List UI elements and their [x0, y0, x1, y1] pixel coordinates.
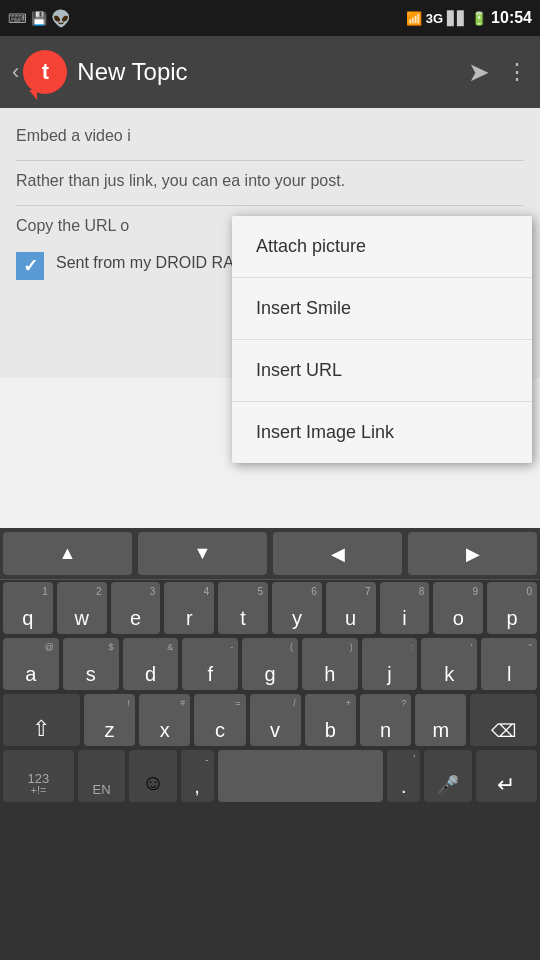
wifi-icon: 📶 — [406, 11, 422, 26]
arrow-left-key[interactable]: ◀ — [273, 532, 402, 575]
key-x[interactable]: #x — [139, 694, 190, 746]
insert-smile-label: Insert Smile — [256, 298, 351, 318]
app-icon: 👽 — [51, 9, 71, 28]
delete-key[interactable]: ⌫ — [470, 694, 537, 746]
status-time: 10:54 — [491, 9, 532, 27]
keyboard: ▲ ▼ ◀ ▶ 1q 2w 3e 4r 5t 6y 7u 8i 9o 0p @a… — [0, 528, 540, 960]
key-i[interactable]: 8i — [380, 582, 430, 634]
key-g[interactable]: (g — [242, 638, 298, 690]
period-key[interactable]: ' . — [387, 750, 420, 802]
key-v[interactable]: /v — [250, 694, 301, 746]
logo-letter: t — [42, 59, 49, 85]
key-o[interactable]: 9o — [433, 582, 483, 634]
content-line-2: Rather than jus link, you can ea into yo… — [16, 169, 524, 193]
divider-2 — [16, 205, 524, 206]
content-area: Embed a video i Rather than jus link, yo… — [0, 108, 540, 378]
key-e[interactable]: 3e — [111, 582, 161, 634]
page-title: New Topic — [77, 58, 468, 86]
arrow-up-key[interactable]: ▲ — [3, 532, 132, 575]
key-y[interactable]: 6y — [272, 582, 322, 634]
insert-image-link-label: Insert Image Link — [256, 422, 394, 442]
status-icons-left: ⌨ 💾 👽 — [8, 9, 71, 28]
key-z[interactable]: !z — [84, 694, 135, 746]
arrow-key-row: ▲ ▼ ◀ ▶ — [0, 528, 540, 580]
key-row-4: 123 +!= EN ☺ - , ' . 🎤 ↵ — [0, 748, 540, 804]
key-c[interactable]: =c — [194, 694, 245, 746]
attach-picture-item[interactable]: Attach picture — [232, 216, 532, 278]
language-key[interactable]: EN — [78, 750, 125, 802]
enter-key[interactable]: ↵ — [476, 750, 537, 802]
key-w[interactable]: 2w — [57, 582, 107, 634]
insert-url-label: Insert URL — [256, 360, 342, 380]
sd-card-icon: 💾 — [31, 11, 47, 26]
shift-key[interactable]: ⇧ — [3, 694, 80, 746]
key-k[interactable]: 'k — [421, 638, 477, 690]
divider-1 — [16, 160, 524, 161]
dropdown-menu: Attach picture Insert Smile Insert URL I… — [232, 216, 532, 463]
key-p[interactable]: 0p — [487, 582, 537, 634]
app-bar: ‹ t New Topic ➤ ⋮ — [0, 36, 540, 108]
key-m[interactable]: m — [415, 694, 466, 746]
signal-icon: ▋▋ — [447, 11, 467, 26]
key-row-2: @a $s &d -f (g )h :j 'k "l — [0, 636, 540, 692]
key-d[interactable]: &d — [123, 638, 179, 690]
checkmark-icon: ✓ — [23, 255, 38, 277]
attach-picture-label: Attach picture — [256, 236, 366, 256]
network-label: 3G — [426, 11, 443, 26]
key-a[interactable]: @a — [3, 638, 59, 690]
send-button[interactable]: ➤ — [468, 57, 490, 88]
signature-checkbox[interactable]: ✓ — [16, 252, 44, 280]
key-q[interactable]: 1q — [3, 582, 53, 634]
insert-smile-item[interactable]: Insert Smile — [232, 278, 532, 340]
comma-key[interactable]: - , — [181, 750, 214, 802]
key-h[interactable]: )h — [302, 638, 358, 690]
key-b[interactable]: +b — [305, 694, 356, 746]
mic-key[interactable]: 🎤 — [424, 750, 471, 802]
back-button[interactable]: ‹ — [12, 59, 19, 85]
status-bar: ⌨ 💾 👽 📶 3G ▋▋ 🔋 10:54 — [0, 0, 540, 36]
insert-image-link-item[interactable]: Insert Image Link — [232, 402, 532, 463]
battery-icon: 🔋 — [471, 11, 487, 26]
emoji-key[interactable]: ☺ — [129, 750, 176, 802]
status-icons-right: 📶 3G ▋▋ 🔋 10:54 — [406, 9, 532, 27]
key-f[interactable]: -f — [182, 638, 238, 690]
key-row-1: 1q 2w 3e 4r 5t 6y 7u 8i 9o 0p — [0, 580, 540, 636]
app-logo: t — [23, 50, 67, 94]
key-s[interactable]: $s — [63, 638, 119, 690]
key-row-3: ⇧ !z #x =c /v +b ?n m ⌫ — [0, 692, 540, 748]
arrow-down-key[interactable]: ▼ — [138, 532, 267, 575]
key-t[interactable]: 5t — [218, 582, 268, 634]
key-n[interactable]: ?n — [360, 694, 411, 746]
key-l[interactable]: "l — [481, 638, 537, 690]
space-key[interactable] — [218, 750, 384, 802]
numbers-key[interactable]: 123 +!= — [3, 750, 74, 802]
key-u[interactable]: 7u — [326, 582, 376, 634]
key-r[interactable]: 4r — [164, 582, 214, 634]
more-options-button[interactable]: ⋮ — [506, 59, 528, 85]
arrow-right-key[interactable]: ▶ — [408, 532, 537, 575]
key-j[interactable]: :j — [362, 638, 418, 690]
content-line-1: Embed a video i — [16, 124, 524, 148]
keyboard-icon: ⌨ — [8, 11, 27, 26]
insert-url-item[interactable]: Insert URL — [232, 340, 532, 402]
